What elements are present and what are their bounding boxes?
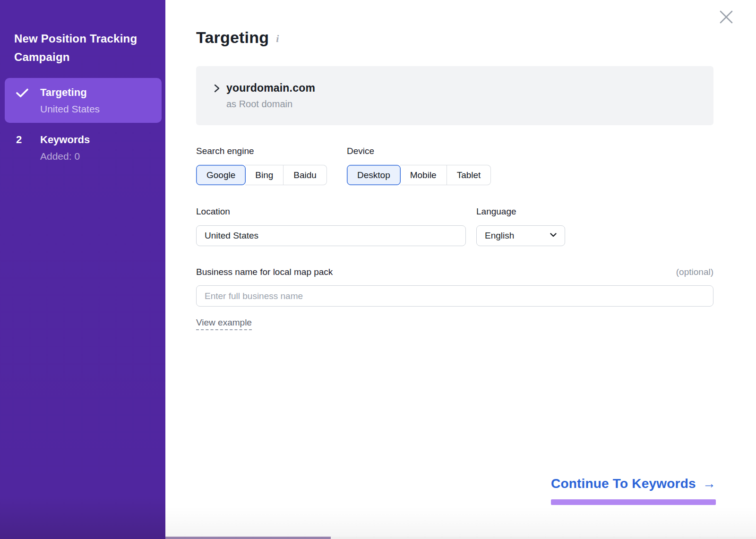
- step-targeting-sublabel: United States: [40, 103, 155, 115]
- continue-highlight-bar: [551, 499, 716, 505]
- chevron-right-icon: [212, 83, 222, 94]
- domain-scope: as Root domain: [226, 99, 713, 110]
- modal-bottom-edge: [165, 537, 756, 539]
- step-keywords-number: 2: [5, 133, 40, 146]
- close-icon[interactable]: [718, 9, 735, 26]
- search-engine-field: Search engine Google Bing Baidu: [196, 146, 347, 185]
- location-label: Location: [196, 206, 466, 217]
- device-field: Device Desktop Mobile Tablet: [347, 146, 491, 185]
- check-icon: [5, 86, 40, 98]
- step-keywords-sublabel: Added: 0: [40, 150, 155, 162]
- continue-to-keywords-button[interactable]: Continue To Keywords →: [551, 476, 716, 505]
- info-icon[interactable]: i: [276, 33, 279, 45]
- domain-name: yourdomain.com: [226, 82, 315, 94]
- domain-summary-box[interactable]: yourdomain.com as Root domain: [196, 66, 713, 125]
- device-option-tablet[interactable]: Tablet: [447, 165, 491, 185]
- arrow-right-icon: →: [703, 476, 716, 491]
- search-engine-option-google[interactable]: Google: [196, 165, 246, 185]
- campaign-sidebar: New Position Tracking Campaign Targeting…: [0, 0, 165, 539]
- step-targeting-label: Targeting: [40, 86, 155, 99]
- step-keywords-label: Keywords: [40, 133, 155, 146]
- search-engine-option-bing[interactable]: Bing: [245, 165, 284, 185]
- location-input[interactable]: [196, 225, 466, 246]
- business-name-input[interactable]: [196, 285, 713, 307]
- continue-label: Continue To Keywords: [551, 476, 696, 491]
- sidebar-title: New Position Tracking Campaign: [14, 29, 151, 66]
- device-option-desktop[interactable]: Desktop: [347, 165, 401, 185]
- optional-tag: (optional): [676, 267, 713, 277]
- targeting-panel: Targeting i yourdomain.com as Root domai…: [165, 0, 756, 539]
- device-label: Device: [347, 146, 491, 156]
- new-campaign-modal: New Position Tracking Campaign Targeting…: [0, 0, 756, 539]
- language-selected-value: English: [485, 231, 514, 241]
- step-list: Targeting United States 2 Keywords Added…: [5, 78, 162, 170]
- business-name-label: Business name for local map pack: [196, 267, 333, 277]
- search-engine-option-baidu[interactable]: Baidu: [284, 165, 327, 185]
- language-label: Language: [476, 206, 565, 217]
- language-select[interactable]: English: [476, 225, 565, 246]
- search-engine-label: Search engine: [196, 146, 347, 156]
- location-field: Location: [196, 206, 466, 246]
- view-example-link[interactable]: View example: [196, 317, 252, 330]
- device-segmented-control: Desktop Mobile Tablet: [347, 165, 491, 185]
- step-keywords[interactable]: 2 Keywords Added: 0: [5, 125, 162, 170]
- chevron-down-icon: [549, 231, 558, 241]
- page-title: Targeting: [196, 27, 269, 48]
- search-engine-segmented-control: Google Bing Baidu: [196, 165, 347, 185]
- device-option-mobile[interactable]: Mobile: [400, 165, 447, 185]
- language-field: Language English: [476, 206, 565, 246]
- step-targeting[interactable]: Targeting United States: [5, 78, 162, 123]
